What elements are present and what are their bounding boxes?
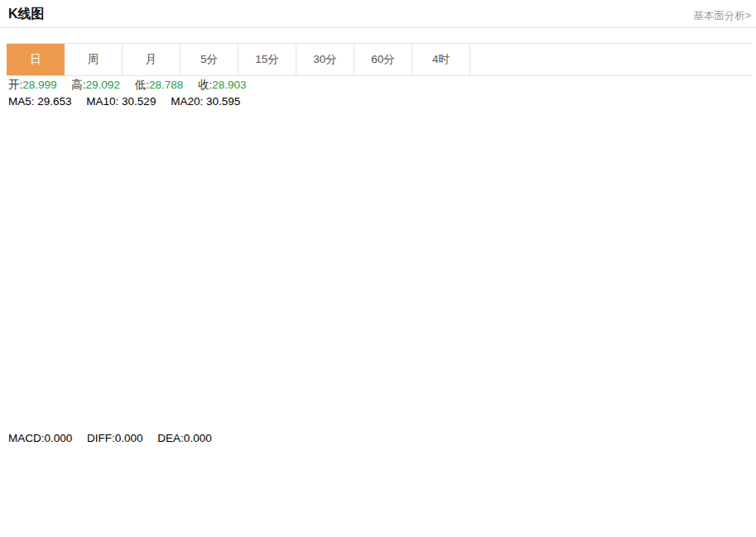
tab-interval-3[interactable]: 5分 (181, 44, 238, 75)
tab-interval-1[interactable]: 周 (65, 44, 123, 75)
tab-interval-2[interactable]: 月 (123, 44, 181, 75)
fundamental-analysis-link[interactable]: 基本面分析> (693, 9, 751, 23)
header-divider (0, 27, 756, 28)
page-title: K线图 (8, 6, 45, 23)
kline-chart-svg[interactable] (0, 73, 756, 537)
chart-area[interactable]: 开:28.999 高:29.092 低:28.788 收:28.903 MA5:… (0, 73, 756, 537)
tab-interval-6[interactable]: 60分 (354, 44, 412, 75)
tab-interval-4[interactable]: 15分 (238, 44, 296, 75)
tab-interval-5[interactable]: 30分 (296, 44, 354, 75)
tab-interval-0[interactable]: 日 (7, 44, 65, 75)
interval-tabbar: 日周月5分15分30分60分4时 (7, 43, 752, 76)
kline-page: K线图 基本面分析> 日周月5分15分30分60分4时 开:28.999 高:2… (0, 0, 756, 537)
tab-interval-7[interactable]: 4时 (412, 44, 470, 75)
